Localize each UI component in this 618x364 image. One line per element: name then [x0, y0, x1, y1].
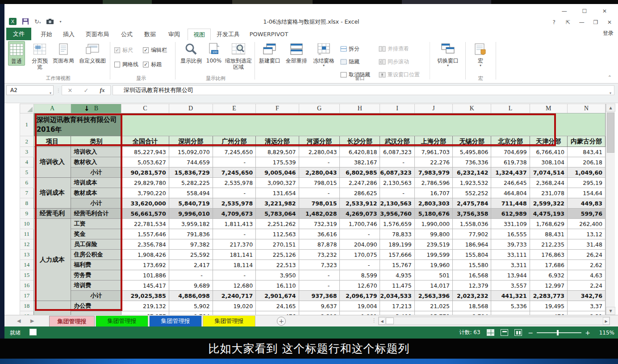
zoom-slider-track[interactable]	[537, 332, 581, 333]
gridlines-checkbox[interactable]: 网格线	[114, 61, 138, 68]
cell[interactable]: -	[299, 270, 340, 280]
cell[interactable]: 12,997	[530, 280, 567, 291]
row-header[interactable]: 14	[20, 260, 34, 270]
cell[interactable]: 5,180,676	[414, 209, 452, 219]
cell[interactable]: 29,829,780	[121, 178, 169, 188]
cell[interactable]: 5,495,806	[453, 147, 491, 157]
cell[interactable]: 155,804	[453, 250, 491, 260]
cell[interactable]: 2,599,322	[530, 198, 567, 209]
zoom-100-button[interactable]: 100 100%	[205, 42, 223, 64]
cell[interactable]: 25,592	[169, 250, 213, 260]
cell[interactable]: 19,020	[213, 301, 255, 311]
cell[interactable]: -	[340, 260, 380, 270]
column-header-G[interactable]: G	[299, 104, 340, 113]
cell[interactable]: 4,269,073	[340, 209, 380, 219]
row-header[interactable]: 8	[20, 198, 34, 209]
cell[interactable]: 331,109	[491, 219, 530, 229]
cell[interactable]: 599,76	[568, 209, 605, 219]
outer-minimize-button[interactable]: —	[555, 8, 573, 14]
scroll-up-icon[interactable]: ▲	[606, 104, 615, 112]
cell[interactable]: 441,321	[491, 291, 530, 301]
column-header-K[interactable]: K	[453, 104, 491, 113]
cell[interactable]: 286,625	[340, 188, 380, 198]
cell[interactable]: 157,666	[380, 250, 414, 260]
cell[interactable]: 85,227,943	[121, 147, 169, 157]
cell[interactable]: 73,232	[299, 250, 340, 260]
column-header-D[interactable]: D	[169, 104, 213, 113]
row-header[interactable]: 15	[20, 270, 34, 280]
cell[interactable]: 1,324,437	[491, 167, 530, 178]
cell[interactable]: 1,881	[340, 311, 380, 315]
cell[interactable]: 3,090,327	[256, 178, 299, 188]
vertical-scrollbar-thumb[interactable]	[607, 113, 614, 153]
cell[interactable]: 8,599	[340, 270, 380, 280]
cell[interactable]: 2,368,244	[530, 178, 567, 188]
zoom-slider[interactable]: − +	[528, 329, 590, 336]
cell[interactable]: 2,62	[568, 260, 605, 270]
cell[interactable]: 5,282,225	[169, 178, 213, 188]
horizontal-scrollbar[interactable]: ◀ ▶	[378, 317, 610, 325]
cell[interactable]: 97,382	[169, 239, 213, 250]
sheet-tab-4[interactable]: 集团管理报表-03	[203, 316, 255, 326]
cell[interactable]: 12,670	[340, 280, 380, 291]
cell[interactable]: 16,555	[491, 229, 530, 239]
cell[interactable]: 5,902	[169, 301, 213, 311]
macro-record-icon[interactable]	[29, 329, 37, 335]
cell[interactable]: 1,700,746	[340, 219, 380, 229]
cell[interactable]: 3,959,182	[169, 219, 213, 229]
tab-page-layout[interactable]: 页面布局	[81, 29, 113, 40]
cell[interactable]: 3,756,358	[453, 209, 491, 219]
cell[interactable]: 131,654	[256, 188, 299, 198]
normal-view-status-icon[interactable]	[487, 329, 494, 336]
cell[interactable]: 798,015	[299, 178, 340, 188]
cell[interactable]: 843,41	[568, 147, 605, 157]
outer-close-button[interactable]: ✕	[596, 8, 614, 14]
cell[interactable]: 24,165	[256, 301, 299, 311]
zoom-in-icon[interactable]: +	[585, 329, 590, 336]
row-header[interactable]: 7	[20, 188, 34, 198]
cell[interactable]: 2,535,978	[213, 178, 255, 188]
cell[interactable]: 22,276	[414, 157, 452, 167]
cell[interactable]: 6,766,410	[530, 147, 567, 157]
cell[interactable]: 3,221,982	[256, 198, 299, 209]
cell[interactable]: 476	[530, 311, 567, 315]
synchronous-scrolling-button[interactable]: 同步滚动	[379, 57, 409, 67]
cell[interactable]: 18,114	[213, 260, 255, 270]
cell[interactable]: 17,686	[530, 260, 567, 270]
cell[interactable]: 2,356,784	[121, 239, 169, 250]
cell[interactable]: 382,167	[340, 157, 380, 167]
cell[interactable]: 6,087,323	[380, 147, 414, 157]
cell[interactable]: 2,803,303	[414, 198, 452, 209]
cell[interactable]: 2,417	[169, 260, 213, 270]
sheet-tab-1[interactable]: 集团管理报表	[49, 316, 95, 326]
cell[interactable]: 12,379	[453, 280, 491, 291]
cell[interactable]: 16,110	[256, 280, 299, 291]
cell[interactable]: 29,025,385	[121, 291, 169, 301]
new-sheet-button[interactable]: +	[277, 317, 286, 326]
cell[interactable]: 2,096,179	[340, 291, 380, 301]
cell[interactable]: 9,996,010	[169, 209, 213, 219]
cell[interactable]: 21,025	[414, 301, 452, 311]
cell[interactable]: 3,557	[491, 280, 530, 291]
ruler-checkbox[interactable]: ✓标尺	[114, 46, 133, 54]
cell[interactable]: 3,311	[491, 260, 530, 270]
formula-bar-checkbox[interactable]: ✓编辑栏	[143, 46, 167, 54]
scroll-right-icon[interactable]: ▶	[603, 317, 610, 325]
cell[interactable]: 704,699	[491, 147, 530, 157]
cell[interactable]: 22,513	[256, 260, 299, 270]
column-header-E[interactable]: E	[213, 104, 255, 113]
column-header-F[interactable]: F	[256, 104, 299, 113]
cell[interactable]: -	[299, 280, 340, 291]
cell[interactable]: 1,576,659	[380, 219, 414, 229]
cell[interactable]: 937,368	[299, 291, 340, 301]
row-header[interactable]: 2	[20, 136, 34, 147]
name-box[interactable]: A2▾	[6, 85, 54, 95]
cell[interactable]: -	[213, 188, 255, 198]
row-header[interactable]: 13	[20, 250, 34, 260]
sheet-nav-right-icon[interactable]: ▶	[30, 318, 34, 324]
cell[interactable]: 2,247,286	[340, 178, 380, 188]
cell[interactable]: 3,956,760	[380, 209, 414, 219]
cell[interactable]: 154,64	[568, 188, 605, 198]
cell[interactable]: 4,935	[380, 270, 414, 280]
formula-bar-expand-icon[interactable]: ▾	[610, 89, 611, 98]
